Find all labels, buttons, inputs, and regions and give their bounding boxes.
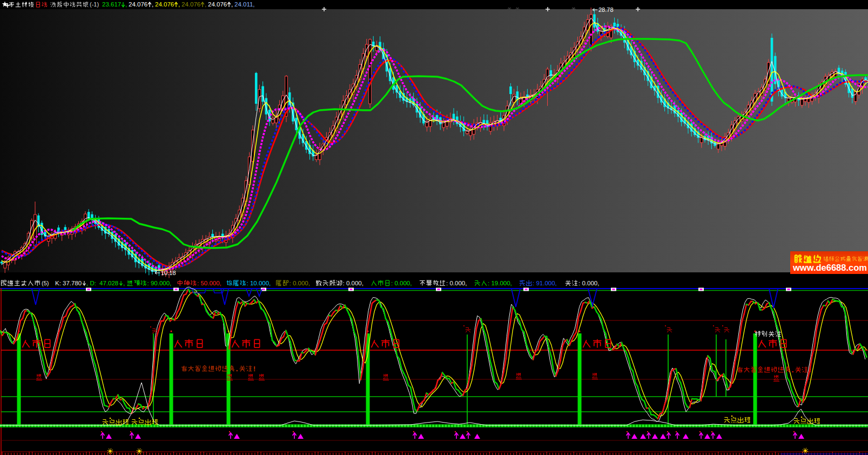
svg-text:10.18: 10.18 [161,270,176,276]
svg-text:28.78: 28.78 [598,6,614,13]
svg-text:: 19.000,: : 19.000, [488,280,512,286]
svg-text:: 0.000,: : 0.000, [290,280,310,286]
svg-text:: 91.000,: : 91.000, [533,280,557,286]
svg-text:,: , [125,1,127,8]
svg-text:: 0.000,: : 0.000, [578,280,599,286]
svg-text:23.617: 23.617 [102,1,121,8]
svg-text:47.028: 47.028 [99,280,118,286]
svg-text:,: , [152,1,153,8]
svg-text:,: , [123,280,125,286]
svg-text:(5): (5) [42,280,49,286]
svg-text:: 0.000,: : 0.000, [446,280,467,286]
svg-text:24.076: 24.076 [181,1,200,8]
svg-text:: 90.000,: : 90.000, [147,280,172,286]
svg-text:,: , [178,1,180,8]
svg-text:37.780: 37.780 [63,280,82,286]
svg-text:24.076: 24.076 [129,1,147,8]
svg-text:!: ! [253,365,255,373]
svg-text:(-1): (-1) [90,1,99,8]
svg-text:: 0.000,: : 0.000, [343,280,364,286]
svg-text:,: , [205,1,206,8]
svg-text:www.de6688.com: www.de6688.com [792,263,867,272]
svg-text:!: ! [809,366,811,374]
svg-text:: 10.000,: : 10.000, [247,280,271,286]
svg-text:24.076: 24.076 [208,1,227,8]
svg-text:, D:: , D: [86,280,96,286]
svg-text:K:: K: [55,280,61,286]
svg-text:,: , [231,1,233,8]
svg-text:: 50.000,: : 50.000, [197,280,221,286]
svg-text:24.011,: 24.011, [234,1,255,8]
svg-text:24.076: 24.076 [155,1,174,8]
svg-text:: 0.000,: : 0.000, [391,280,412,286]
